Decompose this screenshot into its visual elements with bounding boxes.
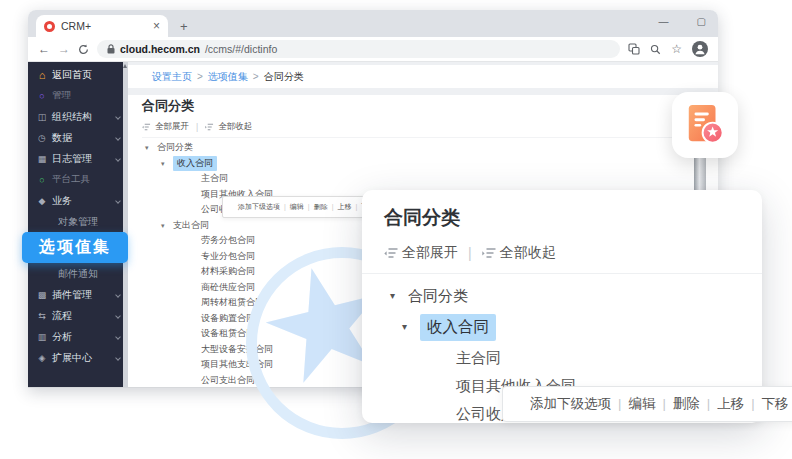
chevron-down-icon [115, 334, 121, 340]
tree-expand-arrow-icon[interactable]: ▾ [161, 222, 169, 229]
tree-row[interactable]: ▾ 主合同 [362, 344, 762, 372]
new-tab-button[interactable]: + [180, 19, 188, 34]
tab-close-icon[interactable]: × [153, 19, 160, 33]
context-menu-item[interactable]: 下移 [744, 395, 788, 413]
context-menu-item[interactable]: 删除 [304, 202, 328, 212]
tree-node-label[interactable]: 收入合同 [420, 314, 496, 341]
forward-button[interactable]: → [58, 43, 70, 55]
chevron-down-icon [115, 355, 121, 361]
sidebar-item[interactable]: ▦ 日志管理 [28, 148, 128, 169]
context-menu-item[interactable]: 添加下级选项 [516, 395, 611, 413]
tree-row[interactable]: ▾ 合同分类 [362, 282, 762, 310]
app-sidebar: ⌂ 返回首页 ○ 管理 ◫ 组织结构 [28, 62, 128, 387]
context-menu-item[interactable]: 删除 [655, 395, 699, 413]
circle-green-icon: ○ [36, 175, 48, 185]
tree-expand-arrow-icon[interactable]: ▾ [145, 144, 153, 151]
chevron-down-icon [115, 198, 121, 204]
profile-avatar[interactable] [692, 41, 708, 57]
context-menu-item[interactable]: 添加下级选项 [230, 202, 280, 212]
bookmark-star-icon[interactable]: ☆ [671, 42, 682, 56]
sidebar-item-label: 流程 [52, 309, 72, 323]
sidebar-item[interactable]: 邮件通知 [28, 263, 128, 284]
tree-node-label[interactable]: 支出合同 [173, 219, 209, 232]
tab-title: CRM+ [61, 20, 147, 32]
sidebar-item[interactable]: ⇆ 流程 [28, 305, 128, 326]
tree-expand-arrow-icon[interactable]: ▾ [161, 160, 169, 167]
browser-tab[interactable]: CRM+ × [36, 15, 168, 37]
sidebar-item-label: 对象管理 [58, 215, 98, 229]
url-host: cloud.hecom.cn [120, 43, 200, 55]
sidebar-item-label: 返回首页 [52, 68, 92, 82]
zoom-icon[interactable] [650, 44, 661, 55]
sidebar-item[interactable]: ▩ 插件管理 [28, 284, 128, 305]
document-badge-card [672, 92, 738, 158]
tree-node-label[interactable]: 合同分类 [157, 141, 193, 154]
document-star-icon [684, 102, 726, 148]
sidebar-item[interactable]: ▥ 分析 [28, 326, 128, 347]
tree-node-label[interactable]: 设备购置合同 [201, 312, 255, 325]
context-menu-item[interactable]: 上移 [700, 395, 744, 413]
tree-node-label[interactable]: 合同分类 [408, 287, 468, 306]
org-icon: ◫ [36, 112, 48, 122]
reload-button[interactable] [78, 44, 89, 55]
expand-all-button[interactable]: 全部展开 [142, 121, 189, 133]
tree-row[interactable]: ▾ 收入合同 [362, 310, 762, 344]
sidebar-item-label: 扩展中心 [52, 351, 92, 365]
circle-purple-icon: ○ [36, 91, 48, 101]
chevron-down-icon [115, 135, 121, 141]
chevron-down-icon [115, 114, 121, 120]
stage: CRM+ × + — ▢ ← → cloud.hecom.cn/ccms/#/d… [0, 0, 792, 459]
overlay-collapse-all-button[interactable]: 全部收起 [482, 244, 556, 262]
overlay-expand-all-button[interactable]: 全部展开 [384, 244, 458, 262]
tree-row[interactable]: ▾ 收入合同 [142, 156, 704, 172]
chart-icon: ▥ [36, 332, 48, 342]
callout-option-value-set[interactable]: 选项值集 [22, 232, 128, 263]
context-menu-item[interactable]: 上移 [328, 202, 352, 212]
breadcrumb: 设置主页 选项值集 合同分类 [128, 65, 718, 88]
tree-toolbar: 全部展开 | 全部收起 [142, 121, 704, 133]
sidebar-item[interactable]: ○ 管理 [28, 85, 128, 106]
sidebar-item[interactable]: ◈ 扩展中心 [28, 347, 128, 368]
sidebar-item-label: 日志管理 [52, 152, 92, 166]
sidebar-item-label: 业务 [52, 194, 72, 208]
tree-row[interactable]: ▾ 主合同 [142, 171, 704, 187]
overlay-tree-toolbar: 全部展开 | 全部收起 [384, 244, 762, 262]
sidebar-item-label: 邮件通知 [58, 267, 98, 281]
back-button[interactable]: ← [38, 43, 50, 55]
overlay-toolbar-separator: | [468, 245, 472, 261]
tab-bar: CRM+ × + — ▢ [28, 10, 718, 37]
node-context-menu: 添加下级选项 编辑 删除 上移 下移 [502, 386, 792, 422]
tree-row[interactable]: ▾ 合同分类 [142, 140, 704, 156]
chevron-down-icon [115, 292, 121, 298]
browser-toolbar: ← → cloud.hecom.cn/ccms/#/dictinfo ☆ [28, 37, 718, 62]
sidebar-item[interactable]: ◆ 业务 [28, 190, 128, 211]
lock-icon [107, 44, 115, 54]
diamond-icon: ◆ [36, 196, 48, 206]
tree-node-label[interactable]: 收入合同 [173, 156, 217, 171]
tree-node-label[interactable]: 劳务分包合同 [201, 234, 255, 247]
breadcrumb-item[interactable]: 合同分类 [248, 70, 304, 84]
sidebar-item[interactable]: 对象管理 [28, 211, 128, 232]
sidebar-item[interactable]: ⌂ 返回首页 [28, 64, 128, 85]
context-menu-item[interactable]: 编辑 [611, 395, 655, 413]
collapse-all-button[interactable]: 全部收起 [205, 121, 252, 133]
breadcrumb-item[interactable]: 设置主页 [142, 70, 192, 84]
minimize-button[interactable]: — [659, 16, 669, 27]
page-title: 合同分类 [142, 99, 704, 112]
sidebar-item-label: 管理 [52, 89, 71, 102]
address-bar[interactable]: cloud.hecom.cn/ccms/#/dictinfo [97, 40, 620, 58]
tree-node-label[interactable]: 公司支出合同 [201, 374, 255, 387]
sidebar-item[interactable]: ◫ 组织结构 [28, 106, 128, 127]
grid-icon: ▦ [36, 154, 48, 164]
send-to-device-icon[interactable] [628, 43, 640, 55]
context-menu-item[interactable]: 编辑 [280, 202, 304, 212]
maximize-button[interactable]: ▢ [697, 16, 706, 27]
tree-expand-arrow-icon[interactable]: ▾ [390, 291, 402, 301]
tree-node-label[interactable]: 主合同 [456, 349, 501, 368]
tree-node-label[interactable]: 主合同 [201, 172, 228, 185]
sidebar-item-label: 分析 [52, 330, 72, 344]
breadcrumb-item[interactable]: 选项值集 [192, 70, 248, 84]
tree-expand-arrow-icon[interactable]: ▾ [402, 322, 414, 332]
sidebar-item[interactable]: ○ 平台工具 [28, 169, 128, 190]
sidebar-item[interactable]: ◷ 数据 [28, 127, 128, 148]
